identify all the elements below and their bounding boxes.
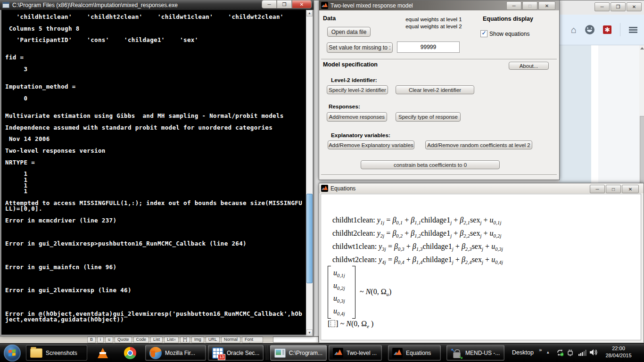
taskbar-label: Oracle Sec... — [227, 350, 259, 356]
missing-value-field[interactable] — [397, 41, 460, 53]
firefox-window-controls: ─ ❐ ✕ — [594, 2, 642, 11]
add-remove-responses-button[interactable]: Add/remove responses — [327, 112, 387, 122]
editor-button-Img[interactable]: Img — [191, 337, 204, 343]
taskbar-item-mendus[interactable]: ↖↘ MEND-US -... — [446, 345, 504, 361]
chat-bubble-icon[interactable] — [585, 25, 594, 34]
console-title-text: C:\Program Files (x86)\Realcom\Imputatio… — [12, 2, 178, 8]
chrome-icon — [124, 347, 136, 359]
editor-font-colour-button[interactable]: Font colour — [242, 337, 263, 343]
lastpass-icon[interactable]: ✱ — [603, 25, 611, 34]
editor-buttons: BiuQuoteCodeListList=[*]ImgURL — [87, 337, 220, 343]
power-plug-icon[interactable] — [567, 349, 574, 358]
editor-input[interactable] — [273, 337, 319, 343]
taskbar-item-oracle[interactable]: 13 Oracle Sec... — [208, 345, 264, 361]
console-app-icon — [2, 2, 9, 8]
matrix-row: u0,1j — [333, 269, 345, 278]
editor-button-u[interactable]: u — [105, 337, 113, 343]
open-data-file-button[interactable]: Open data file — [327, 27, 371, 37]
volume-icon[interactable] — [590, 349, 598, 357]
desktop-toolbar[interactable]: Desktop » — [512, 349, 542, 356]
minimize-icon[interactable]: ─ — [590, 185, 605, 193]
taskbar-item-screenshots[interactable]: Screenshots — [26, 345, 87, 361]
matrix-bracket-left — [328, 266, 331, 319]
oracle-grid-icon: 13 — [212, 347, 223, 359]
equations-titlebar[interactable]: Equations ─ □ ✕ — [319, 183, 644, 193]
taskbar-clock[interactable]: 22:00 28/04/2015 — [600, 345, 637, 361]
clear-level2-button[interactable]: Clear level-2 identifier — [396, 85, 474, 94]
constrain-beta-button[interactable]: constrain beta coefficients to 0 — [361, 160, 500, 169]
show-hidden-icons-button[interactable]: ▴ — [547, 350, 549, 354]
selection-box — [330, 320, 335, 327]
taskbar-item-equations[interactable]: Equations — [388, 345, 441, 361]
editor-button-List[interactable]: List — [150, 337, 163, 343]
editor-style-dropdown[interactable]: Normal ▾ — [221, 337, 240, 343]
matlab-icon — [321, 2, 328, 9]
network-signal-icon[interactable] — [578, 350, 586, 357]
set-missing-button[interactable]: Set value for missing to : — [327, 42, 393, 53]
close-icon[interactable]: ✕ — [538, 1, 555, 10]
weights-text: equal weights at level 1 equal weights a… — [404, 16, 463, 30]
restore-icon[interactable]: ❐ — [611, 2, 626, 11]
about-button[interactable]: About... — [509, 62, 549, 70]
taskbar-divider — [266, 346, 266, 360]
minimize-icon[interactable]: ─ — [594, 2, 610, 11]
e-distribution-line: [] ~ N(0, Ωe ) — [328, 320, 373, 329]
taskbar-label: C:\Program... — [289, 350, 322, 356]
desktop-toolbar-label: Desktop — [512, 349, 534, 356]
equations-content: childht1clean: y1j = β0,1 + β1,1childage… — [321, 194, 641, 340]
matrix-row: u0,3j — [333, 294, 345, 304]
start-button[interactable] — [4, 345, 21, 362]
taskbar-item-chrome[interactable] — [121, 346, 140, 360]
equations-window: Equations ─ □ ✕ childht1clean: y1j = β0,… — [319, 183, 644, 343]
equation-line: childwt1clean: y3j = β0,3 + β1,3childage… — [332, 242, 503, 252]
editor-button-Quote[interactable]: Quote — [115, 337, 132, 343]
console-window: C:\Program Files (x86)\Realcom\Imputatio… — [0, 0, 314, 336]
scroll-up-arrow[interactable]: ▲ — [306, 10, 313, 16]
scroll-thumb[interactable] — [306, 194, 313, 283]
taskbar-item-twolevel[interactable]: Two-level ... — [329, 345, 382, 361]
taskbar-item-firefox[interactable]: Mozilla Fir... — [145, 345, 206, 361]
add-remove-random-button[interactable]: Add/Remove random coefficients at level … — [425, 140, 532, 149]
clock-date: 28/04/2015 — [600, 352, 637, 359]
add-remove-explanatory-button[interactable]: Add/Remove Explanatory variables — [328, 140, 414, 149]
home-icon[interactable]: ⌂ — [571, 25, 577, 34]
matlab-icon — [333, 348, 343, 358]
responses-label: Responses: — [329, 103, 360, 110]
close-icon[interactable]: ✕ — [627, 2, 642, 11]
taskbar-item-vlc[interactable] — [93, 346, 112, 360]
editor-button-B[interactable]: B — [87, 337, 96, 343]
maximize-icon[interactable]: □ — [606, 185, 621, 193]
taskbar: Screenshots Mozilla Fir... 13 Oracle Sec… — [0, 343, 644, 362]
minimize-icon[interactable]: ─ — [262, 0, 277, 8]
secure-sync-lock-icon: ↖↘ — [451, 347, 462, 359]
taskbar-label: Screenshots — [46, 350, 77, 356]
model-titlebar[interactable]: Two-level mixed response model ─ □ ✕ — [319, 0, 559, 10]
taskbar-item-console[interactable]: C:\Program... — [270, 345, 327, 361]
taskbar-label: Mozilla Fir... — [165, 350, 195, 356]
console-titlebar[interactable]: C:\Program Files (x86)\Realcom\Imputatio… — [0, 0, 314, 10]
scroll-down-arrow[interactable]: ▼ — [306, 329, 313, 336]
specify-level2-button[interactable]: Specify level-2 identifier — [327, 85, 388, 94]
editor-button-Code[interactable]: Code — [133, 337, 149, 343]
scroll-thumb[interactable] — [640, 116, 644, 185]
sync-icon[interactable] — [556, 349, 564, 358]
matlab-icon — [392, 348, 403, 358]
hamburger-menu-icon[interactable] — [629, 26, 637, 34]
chevron-right-icon[interactable]: » — [539, 347, 542, 353]
editor-button-i[interactable]: i — [97, 337, 104, 343]
restore-icon[interactable]: ❐ — [277, 0, 292, 8]
editor-button-List=[interactable]: List= — [164, 337, 179, 343]
close-icon[interactable]: ✕ — [292, 0, 312, 8]
scroll-up-arrow[interactable] — [640, 47, 644, 49]
editor-button-URL[interactable]: URL — [206, 337, 220, 343]
minimize-icon[interactable]: ─ — [506, 1, 521, 10]
show-equations-label: Show equations — [489, 31, 529, 37]
maximize-icon[interactable]: □ — [522, 1, 537, 10]
matlab-icon — [321, 185, 328, 192]
editor-button-[*][interactable]: [*] — [180, 337, 190, 343]
close-icon[interactable]: ✕ — [622, 185, 639, 193]
console-scrollbar[interactable]: ▲ ▼ — [306, 10, 313, 336]
u-distribution: ~ N(0, Ωu) — [360, 288, 391, 297]
specify-type-button[interactable]: Specify type of response — [396, 112, 461, 122]
show-equations-checkbox[interactable]: ✓ — [480, 30, 487, 37]
